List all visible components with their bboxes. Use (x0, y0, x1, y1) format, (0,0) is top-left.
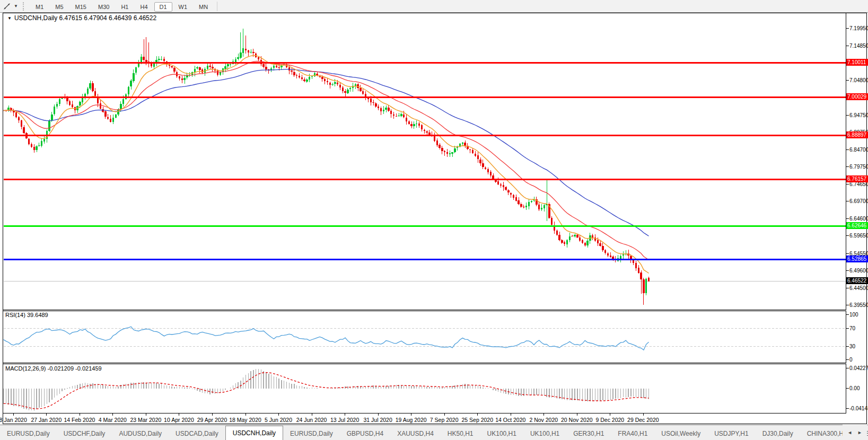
macd-plot[interactable] (3, 364, 846, 413)
chart-tab-eurusd-daily[interactable]: EURUSD,Daily (283, 427, 340, 440)
timeframe-button-h1[interactable]: H1 (116, 2, 134, 12)
candle-up (331, 84, 333, 85)
candle-down (424, 130, 425, 131)
chart-tab-dj30-daily[interactable]: DJ30,Daily (756, 427, 800, 440)
level-price-label: 7.10011 (846, 59, 868, 66)
timeframe-button-m30[interactable]: M30 (93, 2, 115, 12)
candle-up (56, 104, 58, 107)
candle-up (569, 236, 571, 240)
candle-up (306, 80, 308, 82)
chart-tab-eurusd-daily[interactable]: EURUSD,Daily (0, 427, 57, 440)
candle-down (179, 76, 180, 78)
chart-tab-hk50-h1[interactable]: HK50,H1 (441, 427, 480, 440)
macd-pane[interactable] (3, 364, 846, 413)
chart-tab-uk100-h1[interactable]: UK100,H1 (480, 427, 523, 440)
timeframe-button-w1[interactable]: W1 (173, 2, 193, 12)
price-chart-pane[interactable] (3, 13, 846, 310)
candle-up (128, 87, 129, 95)
candle-down (551, 218, 553, 225)
date-tick (179, 413, 179, 416)
candle-down (518, 200, 519, 204)
candle-down (510, 193, 512, 195)
candle-up (311, 76, 313, 77)
rsi-value: 39.6489 (27, 312, 48, 318)
tab-scroll-left-icon[interactable]: ◄ (845, 429, 855, 436)
date-tick (477, 413, 478, 416)
tab-scroll-right-icon[interactable]: ► (855, 429, 865, 436)
chart-tab-fra40-h1[interactable]: FRA40,H1 (611, 427, 654, 440)
timeframe-toolbar: ▼ M1M5M15M30H1H4D1W1MN (0, 0, 868, 13)
chevron-down-icon[interactable]: ▼ (12, 4, 20, 8)
date-label: 23 Mar 2020 (130, 417, 161, 423)
chart-tab-usdcad-daily[interactable]: USDCAD,Daily (169, 427, 225, 440)
chart-tab-usdcnh-daily[interactable]: USDCNH,Daily (225, 426, 283, 440)
candle-up (334, 82, 336, 84)
candle-up (196, 67, 198, 68)
chart-tab-audusd-daily[interactable]: AUDUSD,Daily (112, 427, 169, 440)
candle-down (418, 124, 420, 126)
candle-up (48, 121, 50, 131)
candle-up (79, 102, 81, 105)
candle-down (607, 253, 609, 256)
tab-scroll-arrows: ◄ ► (843, 425, 867, 440)
rsi-plot[interactable] (3, 311, 846, 363)
chart-title-dropdown-icon[interactable]: ▼ (7, 16, 12, 21)
chart-tab-xauusd-h4[interactable]: XAUUSD,H4 (390, 427, 441, 440)
candle-down (28, 139, 30, 145)
candle-down (490, 172, 492, 175)
candle-down (258, 57, 259, 59)
candle-down (66, 98, 68, 101)
axis-tick (846, 288, 849, 288)
candle-down (648, 278, 650, 281)
axis-tick (846, 328, 849, 329)
chart-tab-usoil-weekly[interactable]: USOil,Weekly (654, 427, 707, 440)
chart-tab-usdjpy-h1[interactable]: USDJPY,H1 (707, 427, 755, 440)
date-label: 9 Dec 2020 (595, 417, 624, 423)
candle-up (227, 64, 229, 66)
candle-up (130, 81, 131, 86)
candle-down (469, 149, 471, 150)
candle-down (428, 133, 430, 134)
candle-up (54, 107, 55, 114)
date-tick (80, 413, 80, 416)
ma-fast-line (4, 56, 649, 274)
candlestick-plot[interactable] (3, 13, 846, 310)
timeframe-button-m15[interactable]: M15 (70, 2, 92, 12)
timeframe-button-m1[interactable]: M1 (30, 2, 49, 12)
rsi-tick-label: 100 (849, 312, 858, 318)
candle-up (242, 48, 244, 53)
axis-tick (846, 270, 849, 271)
date-tick (312, 413, 312, 416)
date-label: 24 Jun 2020 (296, 417, 327, 423)
chart-tab-gbpusd-h4[interactable]: GBPUSD,H4 (340, 427, 390, 440)
candle-up (400, 114, 402, 116)
axis-tick (846, 388, 849, 389)
candle-down (507, 190, 509, 192)
timeframe-button-mn[interactable]: MN (194, 2, 213, 12)
candle-down (299, 76, 300, 77)
chart-tab-uk100-h1[interactable]: UK100,H1 (523, 427, 566, 440)
candle-down (293, 72, 295, 76)
chart-tab-usdchf-daily[interactable]: USDCHF,Daily (57, 427, 112, 440)
timeframe-button-d1[interactable]: D1 (154, 2, 172, 12)
candle-down (265, 67, 267, 69)
date-tick (112, 413, 113, 416)
timeframe-button-h4[interactable]: H4 (135, 2, 153, 12)
candle-up (112, 118, 114, 121)
candle-up (43, 139, 45, 142)
candle-up (135, 67, 137, 73)
rsi-pane[interactable] (3, 311, 846, 363)
candle-up (158, 59, 160, 59)
date-tick (246, 413, 246, 416)
timeframe-button-m5[interactable]: M5 (50, 2, 68, 12)
candle-down (576, 235, 578, 238)
toolbar-grip[interactable] (23, 2, 25, 11)
date-label: 2 Nov 2020 (529, 417, 558, 423)
candle-down (378, 107, 379, 109)
cursor-tool-icon[interactable] (2, 2, 12, 11)
candle-down (296, 75, 297, 76)
chart-tab-ger30-h1[interactable]: GER30,H1 (566, 427, 611, 440)
candle-up (416, 124, 417, 124)
candle-down (278, 67, 279, 68)
candle-down (604, 250, 606, 253)
